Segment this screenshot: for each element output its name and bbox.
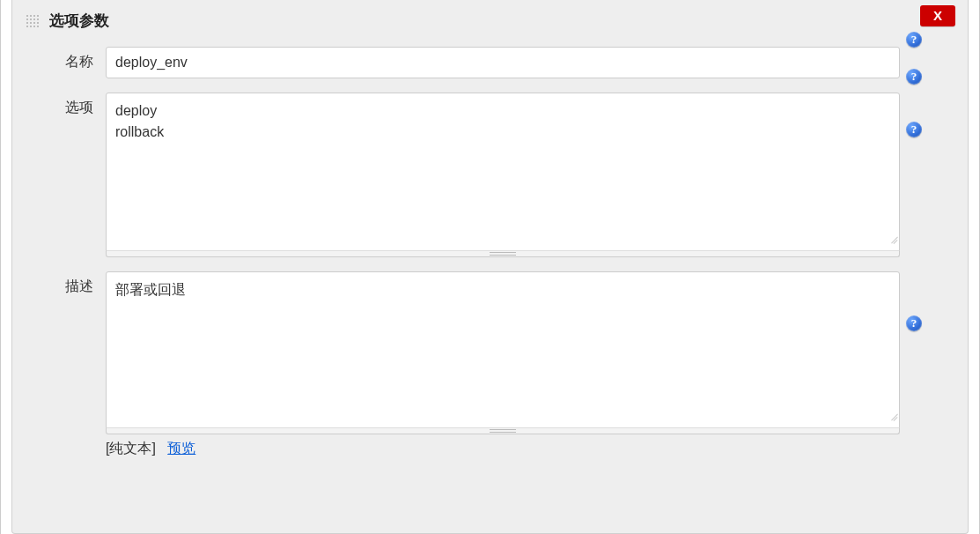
form: 名称 选项 描述	[12, 40, 968, 465]
page-frame: X 选项参数 名称 选项	[0, 0, 980, 534]
preview-link[interactable]: 预览	[167, 441, 195, 456]
row-name: 名称	[12, 40, 968, 85]
description-footer: [纯文本] 预览	[106, 440, 900, 458]
row-options: 选项	[12, 85, 968, 264]
label-options: 选项	[12, 93, 106, 117]
textarea-resize-bar[interactable]	[106, 250, 900, 257]
label-description: 描述	[12, 271, 106, 296]
drag-handle-icon[interactable]	[25, 13, 41, 29]
description-textarea[interactable]	[106, 271, 900, 428]
description-mode-label: [纯文本]	[106, 441, 156, 456]
panel-header: 选项参数	[12, 0, 968, 40]
choice-parameter-panel: X 选项参数 名称 选项	[11, 0, 969, 534]
textarea-resize-bar[interactable]	[106, 427, 900, 434]
row-description: 描述 [纯文本] 预览	[12, 264, 968, 465]
label-name: 名称	[12, 47, 106, 71]
options-textarea[interactable]	[106, 93, 900, 251]
panel-title: 选项参数	[49, 11, 109, 31]
close-button[interactable]: X	[920, 5, 955, 26]
name-input[interactable]	[106, 47, 900, 78]
